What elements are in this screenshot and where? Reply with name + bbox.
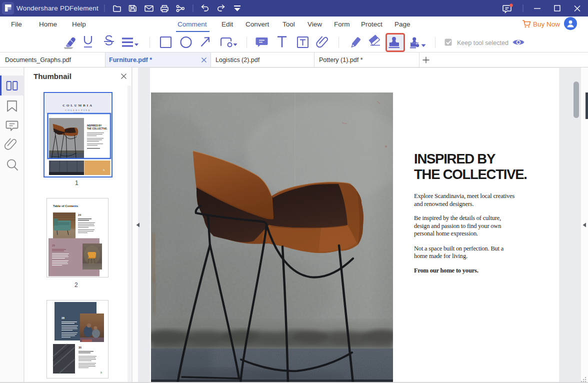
svg-text:h: h <box>100 371 102 374</box>
svg-text:28: 28 <box>62 316 64 320</box>
svg-text:24: 24 <box>78 214 82 216</box>
svg-text:COLUMBIA: COLUMBIA <box>62 104 94 108</box>
svg-text:INSPIRED BY: INSPIRED BY <box>87 124 102 127</box>
svg-text:Table of Contents: Table of Contents <box>53 204 78 208</box>
svg-text:THE COLLECTIVE.: THE COLLECTIVE. <box>87 128 108 130</box>
svg-text:30: 30 <box>78 346 82 349</box>
svg-text:COLLECTIVE: COLLECTIVE <box>65 109 91 112</box>
svg-text:25: 25 <box>52 244 55 247</box>
svg-text:h: h <box>103 168 104 172</box>
